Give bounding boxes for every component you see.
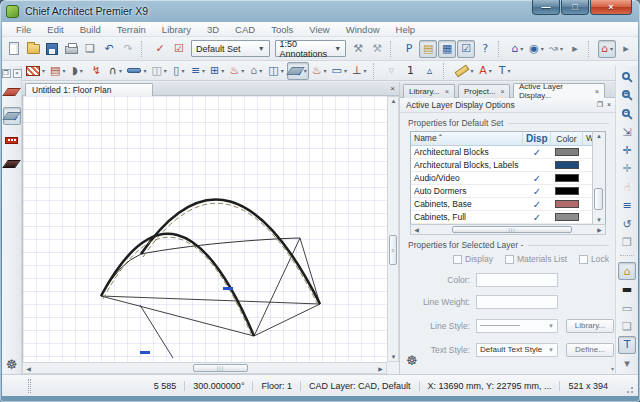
layer-check-icon[interactable]: ☑ [170,40,188,58]
undo-zoom-icon[interactable]: ⇲ [618,123,636,140]
roof-plane-icon[interactable] [3,83,21,101]
checkbox-box[interactable] [453,255,462,264]
zoom-out-icon[interactable]: − [618,105,636,122]
scroll-right-icon[interactable]: ▶ [375,365,386,372]
column-header-disp[interactable]: Disp [523,132,551,145]
wall-tools-icon[interactable]: ▾ [24,62,47,80]
help-icon[interactable]: ? [476,40,494,58]
pan-window-icon[interactable]: ☝ [618,179,636,196]
color-swatch[interactable] [555,161,579,169]
floor-indicator[interactable]: 1 [402,62,420,80]
table-hscroll-thumb[interactable]: ||| [452,226,572,233]
render-technique-icon[interactable]: ⌂▾ [598,40,616,58]
settings-gear-icon[interactable]: ☸ [406,353,418,368]
menu-item-tools[interactable]: Tools [263,24,301,35]
color-swatch[interactable] [555,213,579,221]
checkbox-box[interactable] [505,255,514,264]
display-check[interactable]: ✓ [523,186,551,197]
menu-item-help[interactable]: Help [388,24,424,35]
layer-eye-icon[interactable]: ▬ [618,281,636,298]
window-tools-icon[interactable]: ⊞▾ [208,62,226,80]
door-arch-tools-icon[interactable]: ⌂▾ [247,62,265,80]
scroll-down-icon[interactable]: ▼ [388,354,399,360]
display-check[interactable]: ✓ [523,173,551,184]
print-preview-icon[interactable]: ❏ [81,40,99,58]
table-row[interactable]: Architectural Blocks✓ [411,146,605,159]
walkthrough-icon[interactable]: ↝▾ [547,40,565,58]
display-check[interactable]: ✓ [523,212,551,223]
floor-up-icon[interactable]: ▵ [421,62,439,80]
menu-item-cad[interactable]: CAD [227,24,263,35]
side-tab-activelayerdisplay[interactable]: Active Layer Display...× [513,83,605,98]
fireplace-tools-icon[interactable]: ♨▾ [227,62,246,80]
display-check[interactable]: ✓ [523,147,551,158]
arc-tools-icon[interactable]: ∩▾ [106,62,124,80]
open-plan-icon[interactable] [24,40,42,58]
scroll-up-icon[interactable]: ▲ [388,98,399,104]
canvas-horizontal-scrollbar[interactable]: ◀ ||| ▶ [22,362,387,374]
column-header-name[interactable]: Name ˆ [411,132,523,145]
line-weight-field[interactable] [476,295,558,309]
roof-dark-icon[interactable] [3,155,21,173]
color-swatch[interactable] [555,174,579,182]
menu-item-file[interactable]: File [8,24,39,35]
color-swatch[interactable] [555,200,579,208]
line-style-select[interactable]: ▼ [476,319,558,333]
rightbar-overflow-icon[interactable]: ▾ [618,355,636,372]
dimension-tools-icon[interactable]: ▾ [125,62,148,80]
menu-item-view[interactable]: View [301,24,337,35]
table-row[interactable]: Architectural Blocks, Labels [411,159,605,172]
print-icon[interactable] [62,40,80,58]
menu-item-window[interactable]: Window [338,24,388,35]
roof-auto-icon[interactable] [3,107,21,125]
float-panel-icon[interactable]: ❐ [597,101,603,109]
furniture-tools-icon[interactable]: ▭▾ [330,62,349,80]
menu-item-3d[interactable]: 3D [199,24,227,35]
document-tab[interactable]: Untitled 1: Floor Plan [25,83,153,96]
copy-view-icon[interactable]: ❐ [618,234,636,251]
display-objects-check-icon[interactable]: ✓ [151,40,169,58]
scroll-left-icon[interactable]: ◀ [23,365,34,372]
scroll-right-icon[interactable]: ▶ [594,226,605,233]
library-button[interactable]: Library... [566,319,614,333]
checkbox-box[interactable] [579,255,588,264]
menu-item-library[interactable]: Library [154,24,199,35]
fill-window-icon[interactable]: ✛ [618,142,636,159]
layer-display-toggle-icon[interactable]: ☑ [457,40,475,58]
wrench-icon[interactable]: ⚒ [368,40,386,58]
default-set-select[interactable]: Default Set ▼ [191,40,270,57]
render-camera-icon[interactable]: ◉▾ [527,40,546,58]
scroll-left-icon[interactable]: ◀ [411,226,422,233]
panel-overflow-icon[interactable]: ▾ [611,365,614,372]
roof-badge-icon[interactable] [3,131,21,149]
leader-line-tools-icon[interactable]: T▾ [496,62,514,80]
table-vscroll-thumb[interactable] [594,188,603,210]
text-style-select[interactable]: Default Text Style ▼ [476,343,558,357]
display-check[interactable]: ✓ [523,199,551,210]
close-panel-icon[interactable]: × [13,69,22,78]
floor-plan-canvas[interactable] [22,96,387,362]
fireplace2-tools-icon[interactable]: ♨▾ [310,62,329,80]
menu-item-terrain[interactable]: Terrain [109,24,154,35]
window2-tools-icon[interactable]: ◫▾ [266,62,285,80]
toolbar-overflow2-icon[interactable]: ▸ [617,40,635,58]
side-tab-project[interactable]: Project...× [458,84,510,98]
toolbar-overflow-icon[interactable]: ▸ [566,40,584,58]
close-button[interactable]: × [590,0,632,15]
fill-window-building-icon[interactable]: ✛ [618,160,636,177]
project-browser-icon[interactable]: P [400,40,418,58]
tab-close-icon[interactable]: × [501,88,505,95]
zoom-in-icon[interactable]: + [618,86,636,103]
scroll-up-icon[interactable]: ▲ [593,133,605,139]
table-row[interactable]: Auto Dormers✓ [411,185,605,198]
electrical-tools-icon[interactable]: ⊥▾ [350,62,369,80]
text-tools-icon[interactable]: A▾ [477,62,495,80]
minimize-button[interactable]: — [532,0,560,15]
document-close-icon[interactable]: × [390,84,395,93]
horizontal-scroll-thumb[interactable]: ||| [193,364,248,372]
active-layer-options-icon[interactable]: ⌂ [618,262,636,279]
preview-sheet-icon[interactable]: ❏ [618,318,636,335]
stair-tools-icon[interactable]: ≡▾ [189,62,207,80]
menu-item-build[interactable]: Build [72,24,109,35]
wrench-check-icon[interactable]: ⚒ [349,40,367,58]
